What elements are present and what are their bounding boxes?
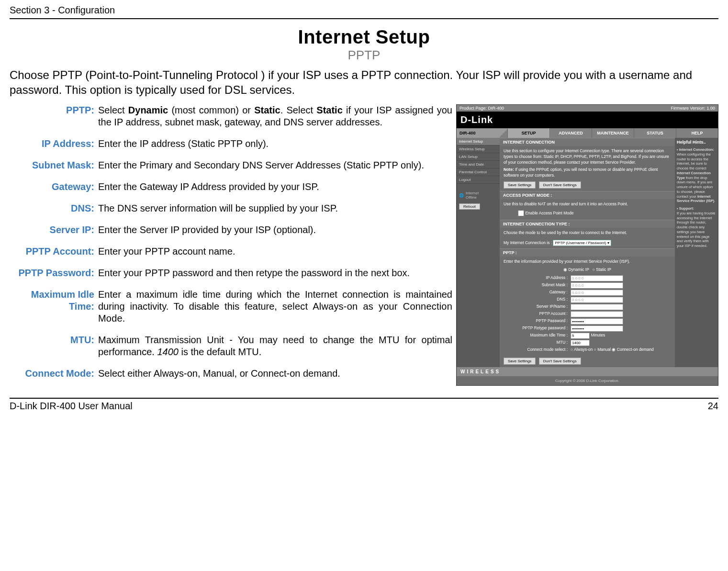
hint-text: When configuring the router to access th… [677, 152, 711, 170]
router-sidebar: Internet Setup Wireless Setup LAN Setup … [457, 138, 500, 367]
subnet-input[interactable]: 0.0.0.0 [571, 282, 623, 289]
hints-title: Helpful Hints.. [677, 140, 716, 146]
ic-description: Use this section to configure your Inter… [504, 148, 671, 166]
save-button-2[interactable]: Save Settings [504, 358, 536, 365]
dont-save-button-2[interactable]: Don't Save Settings [539, 358, 581, 365]
firmware-version: Firmware Version: 1.00 [671, 106, 715, 111]
text-fragment: Offline [466, 195, 477, 200]
ict-label: My Internet Connection is : [504, 240, 552, 245]
radio-manual[interactable]: ○ Manual [594, 347, 611, 353]
note-text: If using the PPPoE option, you will need… [504, 167, 658, 178]
text-mtu: Maximum Transmission Unit - You may need… [98, 334, 452, 358]
label-idle: Maximum Idle Time: [10, 289, 98, 325]
radio-label: Manual [597, 347, 611, 352]
hint-heading: Support: [679, 206, 694, 211]
label-gateway: Gateway: [10, 181, 98, 193]
copyright: Copyright © 2006 D-Link Corporation. [457, 376, 718, 385]
page-subtitle: PPTP [10, 48, 718, 63]
footer-left: D-Link DIR-400 User Manual [10, 401, 133, 412]
radio-always-on[interactable]: ○ Always-on [571, 347, 593, 353]
password-input[interactable]: ••••••••• [571, 318, 623, 325]
text-italic: 1400 [157, 347, 179, 357]
radio-on-demand[interactable]: ◉ Connect-on demand [612, 347, 653, 353]
text-fragment: Select [98, 105, 128, 115]
select-value: PPTP (Username / Password) [555, 241, 606, 245]
ap-description: Use this to disable NAT on the router an… [504, 202, 671, 207]
reboot-button[interactable]: Reboot [459, 203, 480, 210]
idle-unit: Minutes [591, 333, 605, 338]
form-label-connect: Connect mode select : [504, 347, 571, 353]
text-pptp: Select Dynamic (most common) or Static. … [98, 104, 452, 128]
text-bold: Static [254, 105, 280, 115]
tab-maintenance[interactable]: MAINTENANCE [592, 128, 634, 138]
section-ap-mode: ACCESS POINT MODE : [500, 191, 675, 199]
sidebar-item-internet-setup[interactable]: Internet Setup [457, 138, 500, 146]
dlink-logo: D-Link [457, 112, 718, 128]
sidebar-item-parental-control[interactable]: Parental Control [457, 168, 500, 176]
form-label-retype: PPTP Retype password : [504, 325, 571, 331]
section-internet-connection: INTERNET CONNECTION [500, 138, 675, 146]
definition-list: PPTP: Select Dynamic (most common) or St… [10, 104, 452, 389]
form-label-mtu: MTU : [504, 340, 571, 346]
label-mtu: MTU: [10, 334, 98, 358]
account-input[interactable] [571, 311, 623, 317]
retype-input[interactable]: ••••••••• [571, 325, 623, 332]
connection-type-select[interactable]: PPTP (Username / Password) ▾ [553, 240, 611, 246]
label-connect: Connect Mode: [10, 368, 98, 380]
wireless-footer: WIRELESS [457, 367, 718, 376]
radio-static[interactable]: ○ Static IP [593, 267, 611, 272]
page-title: Internet Setup [10, 26, 718, 48]
mtu-input[interactable]: 1400 [571, 340, 590, 346]
form-label-password: PPTP Password : [504, 318, 571, 324]
ap-mode-checkbox[interactable] [518, 210, 524, 216]
dont-save-button[interactable]: Don't Save Settings [539, 181, 581, 189]
radio-dynamic[interactable]: ◉ Dynamic IP [563, 267, 589, 272]
page-number: 24 [708, 401, 718, 412]
sidebar-item-logout[interactable]: Logout [457, 176, 500, 184]
label-account: PPTP Account: [10, 246, 98, 258]
sidebar-item-time-date[interactable]: Time and Date [457, 161, 500, 168]
text-fragment: . Select [280, 105, 317, 115]
product-page: Product Page: DIR-400 [459, 106, 504, 111]
label-password: PPTP Password: [10, 267, 98, 279]
note-label: Note: [504, 167, 514, 172]
form-label-idle: Maximum Idle Time : [504, 333, 571, 338]
sidebar-item-wireless-setup[interactable]: Wireless Setup [457, 146, 500, 153]
tab-status[interactable]: STATUS [634, 128, 676, 138]
gateway-input[interactable]: 0.0.0.0 [571, 290, 623, 296]
text-connect: Select either Always-on, Manual, or Conn… [98, 368, 452, 380]
tab-setup[interactable]: SETUP [507, 128, 549, 138]
idle-input[interactable]: 5 [571, 333, 590, 339]
server-input[interactable] [571, 304, 623, 310]
form-label-server: Server IP/Name : [504, 304, 571, 310]
dns-input[interactable]: 0.0.0.0 [571, 297, 623, 303]
slash-decoration [500, 128, 507, 138]
router-screenshot: Product Page: DIR-400 Firmware Version: … [456, 104, 718, 389]
globe-icon: 🌐 [459, 193, 464, 198]
text-ip: Enter the IP address (Static PPTP only). [98, 138, 452, 150]
text-fragment: Internet [466, 191, 479, 195]
text-subnet: Enter the Primary and Secondary DNS Serv… [98, 159, 452, 171]
internet-status: InternetOffline [466, 191, 479, 200]
label-ip: IP Address: [10, 138, 98, 150]
text-fragment: is the default MTU. [179, 347, 261, 357]
ap-mode-label: Enable Access Point Mode [525, 211, 573, 215]
tab-help[interactable]: HELP [676, 128, 718, 138]
router-main: INTERNET CONNECTION Use this section to … [500, 138, 675, 367]
ip-input[interactable]: 0.0.0.0 [571, 275, 623, 281]
save-button[interactable]: Save Settings [504, 181, 536, 189]
tab-advanced[interactable]: ADVANCED [549, 128, 592, 138]
text-fragment: (most common) or [168, 105, 254, 115]
text-serverip: Enter the Server IP provided by your ISP… [98, 224, 452, 236]
form-label-dns: DNS : [504, 297, 571, 302]
label-pptp: PPTP: [10, 104, 98, 128]
label-serverip: Server IP: [10, 224, 98, 236]
label-dns: DNS: [10, 202, 98, 214]
form-label-subnet: Subnet Mask : [504, 282, 571, 288]
radio-label: Static IP [596, 267, 611, 272]
rule-top [10, 18, 718, 19]
intro-text: Choose PPTP (Point-to-Point-Tunneling Pr… [10, 67, 718, 97]
radio-label: Always-on [574, 347, 593, 352]
label-subnet: Subnet Mask: [10, 159, 98, 171]
sidebar-item-lan-setup[interactable]: LAN Setup [457, 153, 500, 161]
